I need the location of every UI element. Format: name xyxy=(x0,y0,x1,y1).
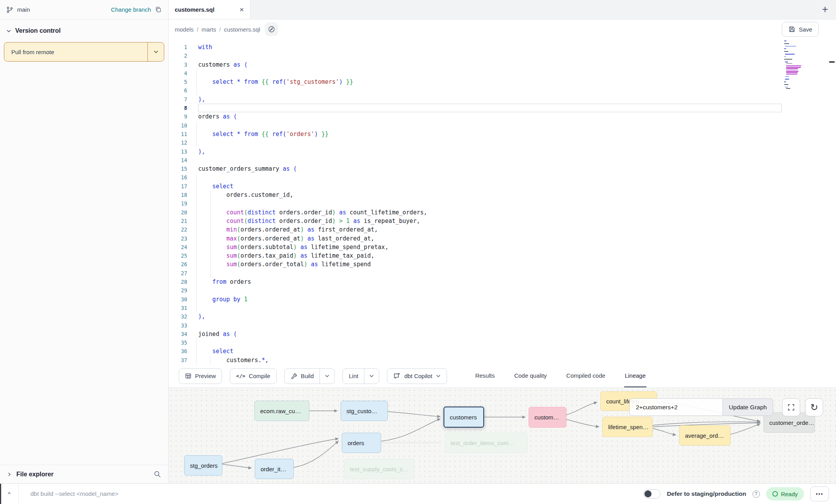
lineage-node-order_it[interactable]: order_it… xyxy=(255,459,294,479)
lint-button[interactable]: Lint xyxy=(343,368,379,384)
compile-label: Compile xyxy=(249,373,270,379)
lineage-node-test_supply_costs_s[interactable]: test_supply_costs_s… xyxy=(344,459,414,479)
wrench-icon xyxy=(291,373,297,379)
change-branch-link[interactable]: Change branch xyxy=(111,6,151,13)
compile-button[interactable]: </> Compile xyxy=(230,368,277,384)
close-tab-icon[interactable]: × xyxy=(240,6,244,13)
tab-results[interactable]: Results xyxy=(474,364,495,387)
lineage-node-lifetime_spen[interactable]: lifetime_spen… xyxy=(602,417,653,437)
cursor-line-highlight xyxy=(198,104,782,112)
lineage-node-orders[interactable]: orders xyxy=(342,433,381,453)
code-line-6[interactable]: 6 xyxy=(169,86,836,95)
expand-command-bar-button[interactable]: ^ xyxy=(0,484,19,504)
version-control-header[interactable]: Version control xyxy=(0,19,168,39)
defer-toggle[interactable] xyxy=(643,489,660,499)
refresh-icon: ↻ xyxy=(810,403,818,412)
code-editor[interactable]: 1with23customers as (45 select * from {{… xyxy=(169,39,836,364)
line-number: 1 xyxy=(169,43,198,51)
command-input[interactable]: dbt build --select <model_name> xyxy=(30,490,119,497)
lineage-node-customers[interactable]: customers xyxy=(444,407,484,428)
code-line-27[interactable]: 27 xyxy=(169,269,836,278)
pull-dropdown-caret[interactable] xyxy=(147,42,164,61)
code-line-20[interactable]: 20 count(distinct orders.order_id) as co… xyxy=(169,208,836,217)
tab-lineage[interactable]: Lineage xyxy=(624,364,646,387)
lineage-compass-button[interactable] xyxy=(265,23,278,36)
code-line-10[interactable]: 10 xyxy=(169,121,836,130)
tab-compiled-code[interactable]: Compiled code xyxy=(566,364,606,387)
code-line-29[interactable]: 29 xyxy=(169,286,836,295)
code-line-21[interactable]: 21 count(distinct orders.order_id) > 1 a… xyxy=(169,217,836,225)
breadcrumb-item[interactable]: marts xyxy=(202,26,217,33)
update-graph-button[interactable]: Update Graph xyxy=(722,398,773,416)
code-line-14[interactable]: 14 xyxy=(169,156,836,164)
code-line-19[interactable]: 19 xyxy=(169,199,836,208)
code-line-32[interactable]: 32), xyxy=(169,312,836,321)
code-line-24[interactable]: 24 sum(orders.subtotal) as lifetime_spen… xyxy=(169,243,836,251)
fullscreen-button[interactable] xyxy=(782,398,800,416)
code-line-8[interactable]: 8 xyxy=(169,104,836,112)
code-line-36[interactable]: 36 select xyxy=(169,347,836,355)
copy-icon[interactable] xyxy=(155,6,162,13)
more-options-button[interactable]: ••• xyxy=(810,486,829,501)
preview-button[interactable]: Preview xyxy=(179,368,222,384)
code-line-26[interactable]: 26 sum(orders.order_total) as lifetime_s… xyxy=(169,260,836,269)
code-line-15[interactable]: 15customer_orders_summary as ( xyxy=(169,164,836,173)
tab-code-quality[interactable]: Code quality xyxy=(513,364,547,387)
code-line-31[interactable]: 31 xyxy=(169,304,836,312)
code-line-3[interactable]: 3customers as ( xyxy=(169,60,836,69)
indent-guide xyxy=(210,234,211,243)
code-line-2[interactable]: 2 xyxy=(169,51,836,60)
code-line-1[interactable]: 1with xyxy=(169,43,836,51)
code-text: from orders xyxy=(198,278,251,286)
lineage-node-average_ord[interactable]: average_ord… xyxy=(679,425,731,446)
breadcrumb-item[interactable]: customers.sql xyxy=(224,26,260,33)
lineage-search-group: 2+customers+2 Update Graph xyxy=(629,398,773,416)
save-disk-icon xyxy=(788,26,795,33)
refresh-button[interactable]: ↻ xyxy=(805,398,823,416)
indent-guide xyxy=(210,243,211,251)
lineage-node-stg_orders[interactable]: stg_orders xyxy=(184,455,222,476)
code-line-12[interactable]: 12 xyxy=(169,138,836,147)
code-line-4[interactable]: 4 xyxy=(169,69,836,78)
code-line-13[interactable]: 13), xyxy=(169,147,836,156)
code-line-35[interactable]: 35 xyxy=(169,338,836,347)
code-line-5[interactable]: 5 select * from {{ ref('stg_customers') … xyxy=(169,78,836,86)
lineage-node-custom[interactable]: custom… xyxy=(529,407,566,428)
code-line-33[interactable]: 33 xyxy=(169,321,836,330)
lineage-node-stg_custo[interactable]: stg_custo… xyxy=(341,401,388,421)
code-line-23[interactable]: 23 max(orders.ordered_at) as last_ordere… xyxy=(169,234,836,243)
code-line-37[interactable]: 37 customers.*, xyxy=(169,356,836,364)
build-button[interactable]: Build xyxy=(284,368,335,384)
dbt-copilot-button[interactable]: dbt Copilot xyxy=(387,368,447,384)
code-line-9[interactable]: 9orders as ( xyxy=(169,112,836,121)
breadcrumb-item[interactable]: models xyxy=(175,26,193,33)
code-line-16[interactable]: 16 xyxy=(169,173,836,182)
code-line-30[interactable]: 30 group by 1 xyxy=(169,295,836,304)
lineage-search-input[interactable]: 2+customers+2 xyxy=(629,398,722,416)
preview-label: Preview xyxy=(195,373,216,379)
lineage-node-ecomraw_cu[interactable]: ecom.raw_cu… xyxy=(254,401,309,421)
code-line-28[interactable]: 28 from orders xyxy=(169,278,836,286)
code-line-25[interactable]: 25 sum(orders.tax_paid) as lifetime_tax_… xyxy=(169,251,836,260)
line-number: 26 xyxy=(169,260,198,269)
build-dropdown-caret[interactable] xyxy=(319,369,334,384)
search-icon[interactable] xyxy=(154,470,161,478)
code-line-11[interactable]: 11 select * from {{ ref('orders') }} xyxy=(169,130,836,138)
file-explorer-header[interactable]: File explorer xyxy=(0,465,168,483)
code-line-18[interactable]: 18 orders.customer_id, xyxy=(169,191,836,199)
chevron-right-icon xyxy=(7,472,12,477)
pull-from-remote-button[interactable]: Pull from remote xyxy=(4,42,164,62)
code-text: count(distinct orders.order_id) > 1 as i… xyxy=(198,217,420,225)
chevron-down-icon xyxy=(153,49,159,55)
code-line-34[interactable]: 34joined as ( xyxy=(169,330,836,338)
lineage-node-test_order_items_com[interactable]: test_order_items_com… xyxy=(445,433,528,453)
code-line-7[interactable]: 7), xyxy=(169,95,836,104)
new-tab-button[interactable]: + xyxy=(814,0,836,19)
code-line-17[interactable]: 17 select xyxy=(169,182,836,191)
lint-dropdown-caret[interactable] xyxy=(364,369,379,384)
save-button[interactable]: Save xyxy=(782,22,819,37)
tab-customers-sql[interactable]: customers.sql × xyxy=(169,0,250,19)
code-line-22[interactable]: 22 min(orders.ordered_at) as first_order… xyxy=(169,225,836,234)
help-icon[interactable]: ? xyxy=(753,490,760,498)
lineage-panel[interactable]: ecom.raw_cu…stg_custo…ordersstg_ordersor… xyxy=(169,388,836,483)
